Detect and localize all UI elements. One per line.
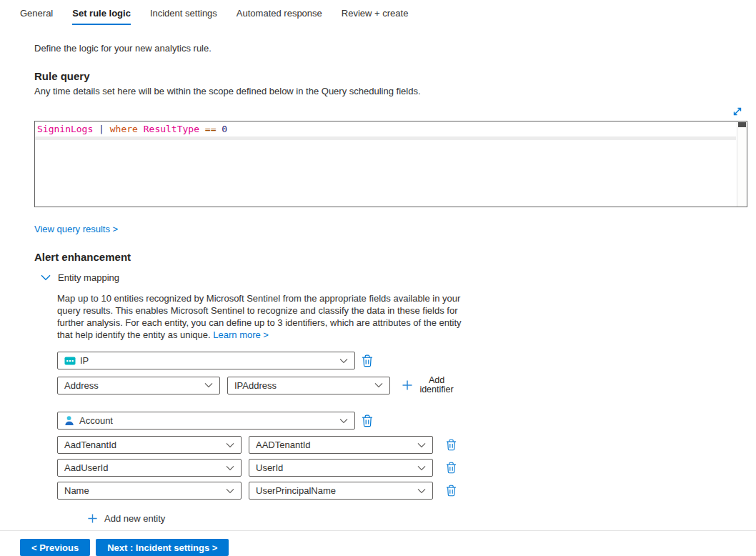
identifier-field-value: AadTenantId: [64, 440, 222, 450]
entity-row: Account: [57, 412, 756, 430]
code-token-keyword: where: [110, 124, 138, 134]
rule-query-subtitle: Any time details set here will be within…: [34, 86, 756, 96]
identifier-value-dropdown[interactable]: UserId: [249, 459, 433, 477]
add-new-entity-button[interactable]: Add new entity: [87, 513, 756, 524]
chevron-down-icon: [226, 442, 234, 448]
identifier-field-dropdown[interactable]: Address: [57, 377, 220, 394]
editor-vertical-scrollbar[interactable]: [737, 121, 747, 207]
page-description: Define the logic for your new analytics …: [34, 43, 756, 54]
identifier-value: UserId: [256, 462, 413, 473]
entity-type-dropdown-ip[interactable]: IP: [57, 352, 355, 369]
delete-entity-button[interactable]: [362, 354, 373, 367]
identifier-value-dropdown[interactable]: UserPrincipalName: [249, 482, 433, 500]
wizard-tabs: General Set rule logic Incident settings…: [0, 0, 756, 25]
entity-type-value: IP: [80, 355, 335, 366]
code-token-space: [138, 124, 144, 134]
identifier-row: AadUserId UserId: [57, 459, 756, 477]
code-token-pipe: |: [93, 124, 109, 134]
chevron-down-icon: [339, 358, 348, 364]
tab-general[interactable]: General: [20, 8, 53, 25]
identifier-row: Name UserPrincipalName: [57, 482, 756, 500]
identifier-value: IPAddress: [234, 380, 370, 391]
identifier-row: AadTenantId AADTenantId: [57, 436, 756, 454]
chevron-down-icon: [226, 488, 234, 494]
identifier-field-value: Address: [64, 380, 200, 391]
entity-mapping-description: Map up to 10 entities recognized by Micr…: [57, 292, 467, 341]
entity-type-dropdown-account[interactable]: Account: [57, 412, 355, 430]
delete-entity-button[interactable]: [362, 414, 373, 427]
wizard-footer: < Previous Next : Incident settings >: [0, 530, 756, 556]
tab-incident-settings[interactable]: Incident settings: [150, 8, 217, 25]
view-query-results-link[interactable]: View query results >: [34, 224, 118, 234]
tab-automated-response[interactable]: Automated response: [237, 8, 322, 25]
expand-icon[interactable]: [732, 106, 743, 117]
scrollbar-thumb[interactable]: [738, 122, 746, 127]
query-code-line[interactable]: SigninLogs | where ResultType == 0: [35, 121, 747, 135]
alert-enhancement-heading: Alert enhancement: [34, 251, 756, 263]
rule-query-heading: Rule query: [34, 70, 756, 82]
identifier-field-dropdown[interactable]: AadTenantId: [57, 436, 242, 454]
entity-row: IP: [57, 352, 756, 369]
plus-icon: [87, 513, 98, 524]
chevron-down-icon: [374, 382, 383, 388]
identifier-value: AADTenantId: [256, 440, 413, 450]
identifier-value: UserPrincipalName: [256, 485, 413, 496]
add-identifier-button[interactable]: Add identifier: [402, 376, 457, 394]
code-token-operator: ==: [199, 124, 222, 134]
identifier-field-dropdown[interactable]: AadUserId: [57, 459, 242, 477]
previous-button[interactable]: < Previous: [20, 539, 90, 556]
identifier-field-value: Name: [64, 485, 222, 496]
delete-identifier-button[interactable]: [446, 462, 457, 475]
learn-more-link[interactable]: Learn more >: [213, 329, 269, 340]
tab-review-create[interactable]: Review + create: [342, 8, 409, 25]
next-incident-settings-button[interactable]: Next : Incident settings >: [96, 539, 229, 556]
delete-identifier-button[interactable]: [446, 439, 457, 452]
set-rule-logic-page: General Set rule logic Incident settings…: [0, 0, 756, 556]
add-new-entity-label: Add new entity: [104, 513, 165, 524]
chevron-down-icon: [204, 382, 213, 388]
chevron-down-icon: [417, 442, 426, 448]
identifier-field-dropdown[interactable]: Name: [57, 482, 242, 500]
chevron-down-icon: [417, 488, 426, 494]
identifier-field-value: AadUserId: [64, 462, 222, 473]
delete-identifier-button[interactable]: [446, 485, 457, 497]
code-token-column: ResultType: [144, 124, 199, 134]
code-token-table: SigninLogs: [37, 124, 93, 134]
editor-toolbar: [34, 104, 747, 121]
entity-mapping-label: Entity mapping: [58, 272, 119, 283]
entity-mapping-rows: IP Address: [57, 352, 756, 524]
query-editor[interactable]: SigninLogs | where ResultType == 0: [34, 121, 747, 207]
chevron-down-icon: [41, 274, 51, 281]
chevron-down-icon: [226, 465, 234, 471]
query-editor-area: SigninLogs | where ResultType == 0: [34, 104, 747, 207]
add-identifier-label: Add identifier: [417, 376, 457, 394]
chevron-down-icon: [417, 465, 426, 471]
identifier-value-dropdown[interactable]: IPAddress: [227, 377, 390, 394]
plus-icon: [402, 379, 413, 391]
identifier-value-dropdown[interactable]: AADTenantId: [249, 436, 433, 454]
account-icon: [64, 415, 75, 426]
current-line-highlight: [35, 136, 736, 140]
tab-set-rule-logic[interactable]: Set rule logic: [72, 8, 131, 25]
ip-icon: [64, 357, 76, 365]
chevron-down-icon: [339, 418, 348, 424]
identifier-row: Address IPAddress Add identifi: [57, 376, 756, 394]
code-token-number: 0: [222, 124, 227, 134]
entity-mapping-toggle[interactable]: Entity mapping: [41, 272, 756, 283]
entity-type-value: Account: [79, 415, 335, 426]
